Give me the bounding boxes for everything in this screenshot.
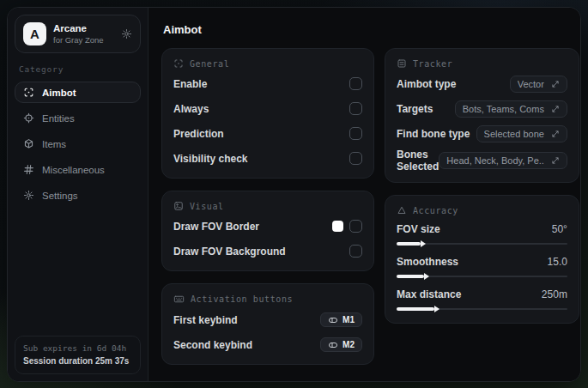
- expand-icon: [551, 105, 560, 113]
- setting-row-find-bone-type: Find bone type Selected bone: [397, 124, 567, 143]
- app-logo: A: [23, 22, 46, 45]
- draw-fov-border-checkbox[interactable]: [349, 220, 362, 233]
- fov-border-color-swatch[interactable]: [332, 221, 343, 232]
- sidebar-item-items[interactable]: Items: [15, 133, 141, 155]
- sidebar-item-label: Aimbot: [42, 88, 76, 98]
- image-icon: [173, 201, 184, 211]
- sidebar-item-label: Miscellaneous: [42, 165, 105, 175]
- bones-selected-dropdown[interactable]: Head, Neck, Body, Pe..: [439, 152, 567, 169]
- entities-icon: [23, 112, 34, 124]
- subscription-info: Sub expires in 6d 04h Session duration 2…: [15, 336, 141, 374]
- keybind-value: M2: [342, 340, 355, 349]
- visibility-check-checkbox[interactable]: [349, 152, 362, 165]
- first-keybind-button[interactable]: M1: [320, 312, 362, 327]
- app-subtitle: for Gray Zone: [53, 35, 104, 45]
- setting-row-draw-fov-background: Draw FOV Background: [173, 241, 362, 261]
- expand-icon: [551, 80, 560, 88]
- general-card: General Enable Always Prediction: [161, 48, 374, 179]
- main-panel: Aimbot General Enable: [149, 8, 580, 381]
- sidebar-item-aimbot[interactable]: Aimbot: [15, 82, 141, 103]
- smoothness-value: 15.0: [548, 256, 567, 268]
- keyboard-icon: [173, 294, 185, 305]
- expand-icon: [551, 156, 560, 165]
- expand-icon: [551, 130, 560, 138]
- mouse-icon: [328, 316, 338, 324]
- sidebar-nav: Aimbot Entities: [15, 82, 141, 206]
- sidebar-item-label: Items: [42, 139, 66, 149]
- setting-row-bones-selected: Bones Selected Head, Neck, Body, Pe..: [397, 149, 567, 173]
- draw-fov-background-checkbox[interactable]: [349, 245, 362, 258]
- sidebar-item-label: Settings: [42, 191, 78, 201]
- box-icon: [23, 138, 34, 149]
- gear-icon[interactable]: [121, 28, 132, 39]
- session-duration-text: Session duration 25m 37s: [23, 355, 132, 367]
- aimbot-type-dropdown[interactable]: Vector: [510, 76, 567, 93]
- sidebar-item-label: Entities: [42, 113, 75, 124]
- app-title: Arcane: [53, 22, 104, 34]
- setting-row-enable: Enable: [173, 74, 362, 94]
- fov-size-slider[interactable]: [397, 239, 567, 248]
- sidebar-item-miscellaneous[interactable]: Miscellaneous: [15, 159, 141, 180]
- activation-buttons-card: Activation buttons First keybind M1: [161, 283, 374, 365]
- card-title: Accuracy: [413, 206, 458, 215]
- triangle-icon: [397, 205, 407, 215]
- card-title: General: [190, 59, 229, 69]
- setting-row-prediction: Prediction: [173, 124, 362, 143]
- page-title: Aimbot: [163, 23, 566, 36]
- sidebar-item-entities[interactable]: Entities: [15, 107, 141, 129]
- list-box-icon: [397, 58, 407, 69]
- second-keybind-button[interactable]: M2: [320, 337, 362, 352]
- crosshair-icon: [23, 87, 34, 98]
- setting-row-draw-fov-border: Draw FOV Border: [173, 216, 362, 236]
- find-bone-type-dropdown[interactable]: Selected bone: [476, 125, 567, 142]
- enable-checkbox[interactable]: [349, 77, 362, 90]
- setting-row-visibility-check: Visibility check: [173, 149, 362, 168]
- max-distance-value: 250m: [542, 288, 567, 300]
- logo-card: A Arcane for Gray Zone: [15, 15, 141, 53]
- setting-row-fov-size: FOV size 50°: [397, 223, 567, 248]
- app-window: A Arcane for Gray Zone Category: [7, 7, 581, 382]
- tracker-card: Tracker Aimbot type Vector: [385, 48, 579, 183]
- smoothness-slider[interactable]: [397, 272, 567, 281]
- setting-row-aimbot-type: Aimbot type Vector: [397, 74, 567, 94]
- card-title: Activation buttons: [191, 294, 293, 304]
- setting-row-max-distance: Max distance 250m: [397, 288, 567, 313]
- setting-row-always: Always: [173, 99, 362, 118]
- keybind-value: M1: [342, 315, 355, 324]
- setting-row-smoothness: Smoothness 15.0: [397, 256, 567, 281]
- fov-size-value: 50°: [552, 223, 567, 235]
- prediction-checkbox[interactable]: [349, 127, 362, 140]
- card-title: Visual: [190, 202, 224, 211]
- setting-row-second-keybind: Second keybind M2: [173, 335, 362, 355]
- sub-expires-text: Sub expires in 6d 04h: [23, 343, 132, 355]
- gear-icon: [23, 190, 34, 201]
- always-checkbox[interactable]: [349, 102, 362, 115]
- targets-dropdown[interactable]: Bots, Teams, Coms: [455, 100, 567, 118]
- sidebar: A Arcane for Gray Zone Category: [8, 8, 149, 381]
- crosshair-icon: [173, 58, 184, 69]
- mouse-icon: [328, 341, 338, 349]
- visual-card: Visual Draw FOV Border Draw FOV Backgrou…: [161, 191, 374, 271]
- sidebar-item-settings[interactable]: Settings: [15, 185, 141, 206]
- max-distance-slider[interactable]: [397, 305, 567, 313]
- category-label: Category: [19, 64, 136, 74]
- setting-row-targets: Targets Bots, Teams, Coms: [397, 99, 567, 118]
- setting-row-first-keybind: First keybind M1: [173, 310, 362, 330]
- accuracy-card: Accuracy FOV size 50°: [385, 195, 579, 324]
- hash-icon: [23, 164, 34, 175]
- card-title: Tracker: [413, 59, 452, 69]
